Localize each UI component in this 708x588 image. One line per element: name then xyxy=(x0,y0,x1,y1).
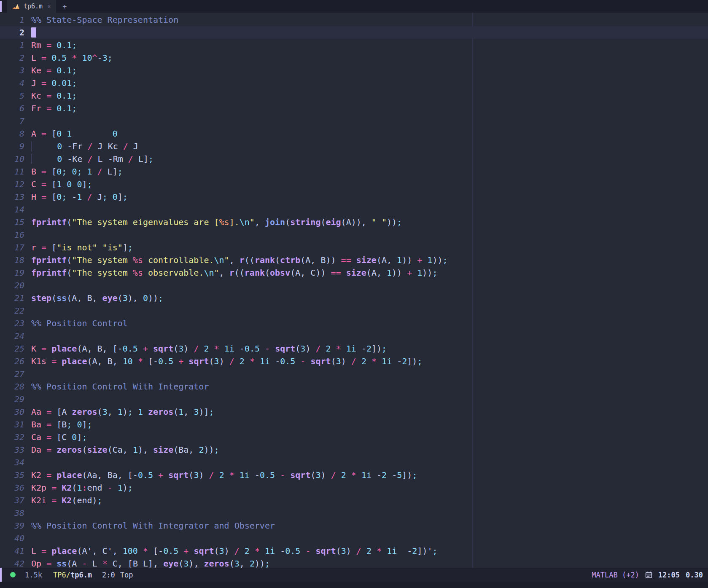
word-count: 1.5k xyxy=(25,571,42,579)
code-line[interactable]: 40 xyxy=(0,532,708,545)
code-line[interactable]: 37K2i = K2(end); xyxy=(0,494,708,507)
code-line[interactable]: 8A = [0 1 0 xyxy=(0,127,708,140)
cursor-position: 2:0 xyxy=(102,571,115,579)
code-line[interactable]: 33Da = zeros(size(Ca, 1), size(Ba, 2)); xyxy=(0,443,708,456)
code-line[interactable]: 29 xyxy=(0,393,708,405)
code-line[interactable]: 24 xyxy=(0,330,708,342)
matlab-logo-icon xyxy=(12,3,20,10)
code-line[interactable]: 2 xyxy=(0,26,708,39)
code-line[interactable]: 32Ca = [C 0]; xyxy=(0,431,708,443)
line-number: 8 xyxy=(0,127,31,140)
mode-indicator-bar-bottom xyxy=(0,568,2,582)
line-number: 24 xyxy=(0,330,31,342)
line-number: 5 xyxy=(0,89,31,102)
line-number: 4 xyxy=(0,77,31,89)
code-line[interactable]: 38 xyxy=(0,507,708,519)
code-text: 0 -Ke / L -Rm / L]; xyxy=(31,154,153,164)
code-text: A = [0 1 0 xyxy=(31,129,118,139)
code-line[interactable]: 42Op = ss(A - L * C, [B L], eye(3), zero… xyxy=(0,557,708,568)
status-bar: 1.5k TP6/tp6.m 2:0 Top MATLAB (+2) 12:05… xyxy=(0,568,708,582)
code-line[interactable]: 13H = [0; -1 / J; 0]; xyxy=(0,191,708,203)
file-path: TP6/tp6.m xyxy=(53,571,92,579)
line-number: 19 xyxy=(0,266,31,279)
code-line[interactable]: 28%% Position Control With Integrator xyxy=(0,380,708,393)
code-line[interactable]: 36K2p = K2(1:end - 1); xyxy=(0,481,708,494)
calendar-icon xyxy=(645,571,652,578)
code-text: K = place(A, B, [-0.5 + sqrt(3) / 2 * 1i… xyxy=(31,344,387,354)
code-line[interactable]: 41L = place(A', C', 100 * [-0.5 + sqrt(3… xyxy=(0,545,708,557)
line-number: 13 xyxy=(0,191,31,203)
code-text: fprintf("The system %s observable.\n", r… xyxy=(31,268,437,278)
code-line[interactable]: 12C = [1 0 0]; xyxy=(0,178,708,191)
code-line[interactable]: 25K = place(A, B, [-0.5 + sqrt(3) / 2 * … xyxy=(0,342,708,355)
code-line[interactable]: 23%% Position Control xyxy=(0,317,708,330)
code-line[interactable]: 18fprintf("The system %s controllable.\n… xyxy=(0,254,708,266)
line-number: 17 xyxy=(0,241,31,254)
code-line[interactable]: 21step(ss(A, B, eye(3), 0)); xyxy=(0,292,708,304)
code-text: Da = zeros(size(Ca, 1), size(Ba, 2)); xyxy=(31,445,219,455)
code-line[interactable]: 6Fr = 0.1; xyxy=(0,102,708,115)
code-area[interactable]: 1%% State-Space Representation21Rm = 0.1… xyxy=(0,13,708,568)
code-line[interactable]: 17r = ["is not" "is"]; xyxy=(0,241,708,254)
code-text: H = [0; -1 / J; 0]; xyxy=(31,192,128,202)
line-number: 15 xyxy=(0,216,31,228)
line-number: 21 xyxy=(0,292,31,304)
code-line[interactable]: 4J = 0.01; xyxy=(0,77,708,89)
file-name: tp6.m xyxy=(70,571,92,579)
line-number: 3 xyxy=(0,64,31,77)
indent-guide xyxy=(31,154,37,164)
new-tab-button[interactable]: + xyxy=(56,0,74,13)
code-text: J = 0.01; xyxy=(31,78,77,88)
code-line[interactable]: 22 xyxy=(0,304,708,317)
code-line[interactable]: 10 0 -Ke / L -Rm / L]; xyxy=(0,153,708,165)
code-line[interactable]: 19fprintf("The system %s observable.\n",… xyxy=(0,266,708,279)
tab-close-icon[interactable]: × xyxy=(47,3,51,10)
code-text: Rm = 0.1; xyxy=(31,40,77,50)
code-line[interactable]: 3Ke = 0.1; xyxy=(0,64,708,77)
code-text: K2i = K2(end); xyxy=(31,495,102,505)
code-line[interactable]: 35K2 = place(Aa, Ba, [-0.5 + sqrt(3) / 2… xyxy=(0,469,708,481)
command-line[interactable] xyxy=(0,582,708,588)
code-text: Fr = 0.1; xyxy=(31,103,77,113)
code-text: C = [1 0 0]; xyxy=(31,179,92,189)
code-line[interactable]: 30Aa = [A zeros(3, 1); 1 zeros(1, 3)]; xyxy=(0,405,708,418)
code-line[interactable]: 14 xyxy=(0,203,708,216)
neovim-window: tp6.m × + 1%% State-Space Representation… xyxy=(0,0,708,588)
code-text: Ca = [C 0]; xyxy=(31,432,87,442)
line-number: 20 xyxy=(0,279,31,292)
line-number: 25 xyxy=(0,342,31,355)
code-line[interactable]: 39%% Position Control With Integrator an… xyxy=(0,519,708,532)
code-line[interactable]: 15fprintf("The system eigenvalues are [%… xyxy=(0,216,708,228)
tab-tp6[interactable]: tp6.m × xyxy=(7,0,56,13)
code-line[interactable]: 31Ba = [B; 0]; xyxy=(0,418,708,431)
code-text: %% Position Control With Integrator xyxy=(31,381,209,392)
code-line[interactable]: 20 xyxy=(0,279,708,292)
code-line[interactable]: 16 xyxy=(0,228,708,241)
filetype-indicator: MATLAB (+2) xyxy=(592,571,639,579)
line-number: 22 xyxy=(0,304,31,317)
code-line[interactable]: 34 xyxy=(0,456,708,469)
tab-bar: tp6.m × + xyxy=(0,0,708,13)
code-text: K1s = place(A, B, 10 * [-0.5 + sqrt(3) /… xyxy=(31,356,422,366)
code-line[interactable]: 26K1s = place(A, B, 10 * [-0.5 + sqrt(3)… xyxy=(0,355,708,368)
line-number: 12 xyxy=(0,178,31,191)
tab-label: tp6.m xyxy=(24,3,43,10)
line-number: 42 xyxy=(0,557,31,568)
code-line[interactable]: 11B = [0; 0; 1 / L]; xyxy=(0,165,708,178)
code-text: step(ss(A, B, eye(3), 0)); xyxy=(31,293,163,303)
code-line[interactable]: 5Kc = 0.1; xyxy=(0,89,708,102)
code-line[interactable]: 7 xyxy=(0,115,708,127)
code-text: 0 -Fr / J Kc / J xyxy=(31,141,138,151)
code-line[interactable]: 1Rm = 0.1; xyxy=(0,39,708,51)
cursor xyxy=(31,27,36,38)
code-text: Aa = [A zeros(3, 1); 1 zeros(1, 3)]; xyxy=(31,407,214,417)
code-line[interactable]: 1%% State-Space Representation xyxy=(0,13,708,26)
code-line[interactable]: 27 xyxy=(0,368,708,380)
code-text: Kc = 0.1; xyxy=(31,91,77,101)
line-number: 38 xyxy=(0,507,31,519)
line-number: 18 xyxy=(0,254,31,266)
code-line[interactable]: 9 0 -Fr / J Kc / J xyxy=(0,140,708,153)
indent-guide xyxy=(31,141,37,151)
code-line[interactable]: 2L = 0.5 * 10^-3; xyxy=(0,51,708,64)
line-number: 28 xyxy=(0,380,31,393)
